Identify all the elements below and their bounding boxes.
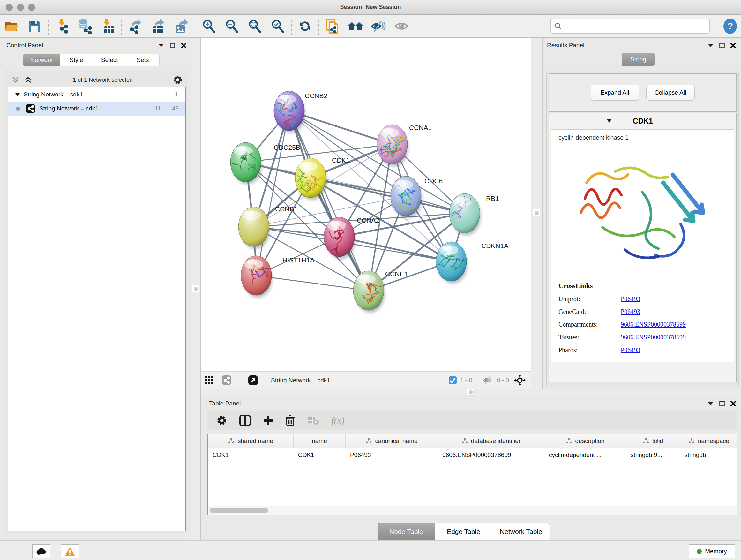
panel-close-icon[interactable]: [731, 401, 736, 407]
expand-all-icon[interactable]: [24, 76, 32, 83]
string-home-button[interactable]: [344, 17, 367, 36]
section-collapse-icon[interactable]: [607, 119, 612, 123]
tab-style[interactable]: Style: [60, 54, 93, 66]
tree-expand-icon[interactable]: [15, 93, 20, 97]
zoom-in-button[interactable]: [197, 17, 220, 36]
crosslink-link[interactable]: P06493: [621, 295, 640, 303]
table-hscrollbar[interactable]: [208, 506, 737, 515]
network-canvas[interactable]: CCNB2CCNA1CDC25BCDK1CDC6RB1CCNB1CCNA2CDK…: [201, 38, 531, 371]
tab-node-table[interactable]: Node Table: [378, 523, 435, 540]
pan-target-icon[interactable]: [514, 374, 526, 386]
export-network-button[interactable]: [124, 17, 147, 36]
table-cell[interactable]: 9606.ENSP00000378699: [438, 448, 544, 462]
table-row[interactable]: CDK1CDK1P064939606.ENSP00000378699cyclin…: [208, 448, 737, 462]
table-cell[interactable]: stringdb: [680, 448, 737, 462]
node-CCNA1[interactable]: CCNA1: [366, 124, 432, 167]
tab-network-table[interactable]: Network Table: [492, 523, 550, 540]
column-header-shared-name[interactable]: shared name: [208, 434, 293, 448]
crosslink-link[interactable]: 9606.ENSP00000378699: [621, 334, 686, 341]
window-zoom-button[interactable]: [28, 4, 35, 11]
node-HIST1H1A[interactable]: HIST1H1A: [241, 256, 314, 298]
show-grid-button[interactable]: [201, 371, 218, 389]
zoom-selected-button[interactable]: [266, 17, 289, 36]
crosslink-link[interactable]: P06493: [621, 308, 640, 315]
tab-sets[interactable]: Sets: [126, 54, 159, 66]
left-splitter-handle[interactable]: [192, 285, 199, 293]
network-badge-button[interactable]: [218, 371, 235, 389]
column-header-database-identifier[interactable]: database identifier: [438, 434, 544, 448]
table-cell[interactable]: CDK1: [293, 448, 346, 462]
table-cell[interactable]: cyclin-dependent ...: [544, 448, 626, 462]
delete-trash-icon[interactable]: [285, 415, 295, 426]
panel-close-icon[interactable]: [731, 43, 736, 48]
zoom-out-button[interactable]: [220, 17, 243, 36]
node-CCNB1[interactable]: CCNB1: [239, 205, 298, 249]
zoom-fit-button[interactable]: [243, 17, 266, 36]
panel-menu-icon[interactable]: [158, 44, 164, 47]
table-cell[interactable]: CDK1: [208, 448, 293, 462]
tab-edge-table[interactable]: Edge Table: [435, 523, 492, 540]
node-RB1[interactable]: RB1: [445, 193, 499, 236]
export-table-button[interactable]: [147, 17, 170, 36]
panel-menu-icon[interactable]: [708, 401, 714, 406]
tab-select[interactable]: Select: [93, 54, 126, 66]
search-input[interactable]: [564, 23, 702, 30]
network-row[interactable]: String Network – cdk1 11 48: [8, 102, 185, 116]
node-CDKN1A[interactable]: CDKN1A: [434, 242, 509, 284]
expand-all-button[interactable]: Expand All: [591, 84, 639, 101]
table-cell[interactable]: stringdb:9...: [626, 448, 680, 462]
network-graph[interactable]: CCNB2CCNA1CDC25BCDK1CDC6RB1CCNB1CCNA2CDK…: [201, 38, 531, 371]
show-columns-icon[interactable]: [239, 415, 251, 426]
collapse-all-button[interactable]: Collapse All: [646, 84, 695, 101]
column-header-name[interactable]: name: [293, 434, 346, 448]
birdseye-view-button[interactable]: [245, 371, 262, 389]
selected-checkbox-icon[interactable]: [448, 376, 457, 385]
hide-selected-button[interactable]: [367, 17, 390, 36]
add-column-plus-icon[interactable]: [263, 415, 273, 426]
node-CDK1[interactable]: CDK1: [295, 157, 350, 200]
import-network-database-button[interactable]: [73, 17, 96, 36]
window-close-button[interactable]: [6, 4, 13, 11]
apply-layout-button[interactable]: [293, 17, 317, 36]
column-header-canonical-name[interactable]: canonical name: [346, 434, 438, 448]
import-network-file-button[interactable]: [51, 17, 73, 36]
cloud-button[interactable]: [32, 544, 51, 558]
tab-network[interactable]: Network: [23, 54, 60, 66]
panel-float-icon[interactable]: [719, 43, 725, 48]
node-CCNA2[interactable]: CCNA2: [324, 216, 380, 259]
import-table-button[interactable]: [96, 17, 119, 36]
table-settings-gear-icon[interactable]: [216, 415, 227, 426]
network-collection-row[interactable]: String Network – cdk1 1: [8, 87, 185, 102]
column-header-description[interactable]: description: [544, 434, 626, 448]
panel-float-icon[interactable]: [170, 43, 175, 48]
show-all-button[interactable]: [390, 17, 413, 36]
gear-icon[interactable]: [173, 75, 183, 84]
help-button[interactable]: ?: [722, 18, 738, 35]
hscroll-thumb[interactable]: [210, 508, 268, 513]
protein-section-header[interactable]: CDK1: [549, 113, 736, 129]
export-image-button[interactable]: [170, 17, 193, 36]
window-minimize-button[interactable]: [17, 4, 24, 11]
edge-CCNA2-CDKN1A[interactable]: [339, 237, 451, 261]
panel-menu-icon[interactable]: [708, 44, 714, 47]
crosslink-link[interactable]: 9606.ENSP00000378699: [621, 321, 686, 328]
edge-HIST1H1A-CCNE1[interactable]: [256, 275, 368, 291]
bottom-splitter-handle[interactable]: [467, 388, 475, 395]
right-splitter-handle[interactable]: [533, 209, 540, 216]
column-header-namespace[interactable]: namespace: [680, 434, 737, 448]
memory-button[interactable]: Memory: [689, 544, 735, 558]
save-session-button[interactable]: [23, 17, 46, 36]
table-cell[interactable]: P06493: [346, 448, 438, 462]
node-CCNE1[interactable]: CCNE1: [353, 270, 408, 313]
open-session-button[interactable]: [0, 17, 23, 36]
crosslink-link[interactable]: P06493: [621, 347, 640, 354]
column-header--id[interactable]: @id: [626, 434, 680, 448]
clone-network-button[interactable]: [321, 17, 344, 36]
collapse-all-icon[interactable]: [11, 76, 20, 83]
panel-close-icon[interactable]: [181, 43, 186, 48]
panel-float-icon[interactable]: [719, 401, 725, 407]
node-CDC6[interactable]: CDC6: [391, 176, 443, 219]
node-CDC25B[interactable]: CDC25B: [226, 142, 300, 185]
tab-string[interactable]: String: [622, 53, 655, 66]
warnings-button[interactable]: [61, 544, 79, 558]
